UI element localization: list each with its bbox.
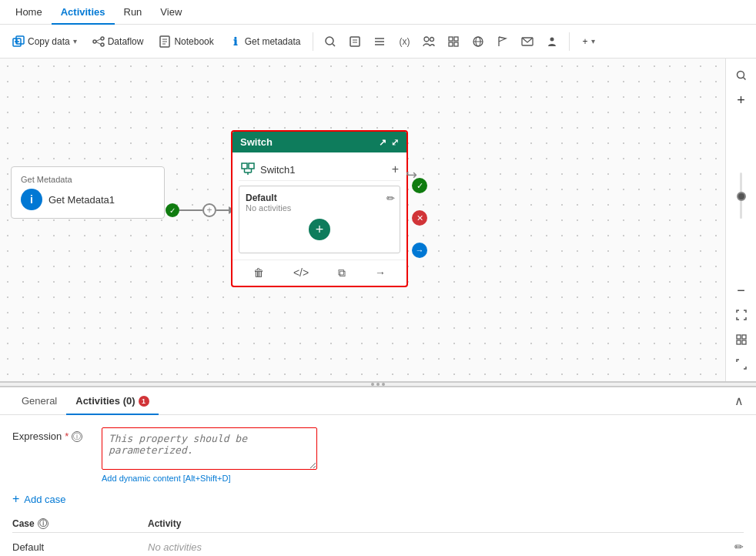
canvas[interactable]: Get Metadata i Get Metadata1 ✓ + Switch …: [0, 59, 725, 381]
tab-general[interactable]: General: [12, 387, 66, 415]
row-edit-pencil[interactable]: ✏: [734, 541, 744, 553]
svg-point-21: [424, 37, 429, 42]
switch-inner: Switch1 + ✏ Default No activities +: [232, 152, 406, 260]
switch-expand-icon[interactable]: ↗: [379, 137, 386, 148]
code-switch-button[interactable]: </>: [290, 265, 312, 281]
svg-line-7: [96, 39, 101, 41]
svg-rect-33: [249, 163, 254, 169]
get-metadata-node-label: Get Metadata1: [49, 194, 115, 206]
page-toolbar-button[interactable]: [344, 31, 366, 52]
get-metadata-node[interactable]: Get Metadata i Get Metadata1: [11, 166, 165, 219]
case-table-header: Case ⓘ Activity: [12, 515, 744, 533]
people-toolbar-button[interactable]: [418, 31, 440, 52]
flag-toolbar-button[interactable]: [492, 31, 513, 52]
panel-collapse-button[interactable]: ∧: [734, 394, 744, 408]
get-metadata-icon: ℹ: [229, 35, 242, 48]
default-box-sub: No activities: [246, 203, 393, 213]
dataflow-icon: [92, 35, 105, 48]
check-badge: ✓: [166, 203, 179, 217]
svg-line-8: [96, 42, 101, 44]
get-metadata-node-icon: i: [21, 189, 42, 210]
search-toolbar-button[interactable]: [319, 31, 341, 52]
switch-header-icons: ↗ ⤢: [379, 137, 399, 148]
expression-input[interactable]: [102, 427, 317, 470]
copy-data-button[interactable]: Copy data ▾: [6, 32, 83, 51]
switch-expand-arrow[interactable]: ⤢: [391, 137, 399, 148]
table-row: Default No activities ✏: [12, 536, 744, 556]
globe-toolbar-button[interactable]: [467, 31, 489, 52]
connector-line-2: [216, 209, 229, 211]
svg-rect-26: [454, 42, 458, 46]
canvas-grid-button[interactable]: [731, 329, 752, 350]
default-edit-pencil[interactable]: ✏: [386, 193, 395, 204]
switch-node[interactable]: Switch ↗ ⤢ Switch1 +: [231, 130, 408, 287]
default-box[interactable]: ✏ Default No activities +: [239, 186, 400, 253]
switch-row: Switch1 +: [239, 159, 400, 181]
zoom-slider-container: [740, 114, 742, 276]
notebook-button[interactable]: Notebook: [152, 32, 219, 51]
required-star: *: [65, 430, 69, 442]
svg-point-22: [430, 37, 434, 41]
list-toolbar-button[interactable]: [369, 31, 390, 52]
switch-side-badges: ✓ ✕ →: [412, 178, 427, 258]
default-box-label: Default: [246, 193, 393, 203]
canvas-search-button[interactable]: [731, 65, 752, 86]
case-info-icon[interactable]: ⓘ: [38, 518, 49, 529]
menu-run[interactable]: Run: [115, 0, 152, 25]
expression-form-row: Expression * ⓘ Add dynamic content [Alt+…: [12, 427, 744, 483]
teams-toolbar-button[interactable]: [541, 31, 563, 52]
svg-rect-41: [742, 335, 746, 339]
switch-add-icon[interactable]: +: [392, 162, 399, 176]
menu-home[interactable]: Home: [6, 0, 52, 25]
expression-input-container: Add dynamic content [Alt+Shift+D]: [102, 427, 317, 483]
expression-hint: Add dynamic content [Alt+Shift+D]: [102, 474, 317, 483]
switch-header: Switch ↗ ⤢: [232, 132, 406, 152]
activity-col-header: Activity: [148, 518, 744, 529]
copy-switch-button[interactable]: ⧉: [335, 265, 349, 281]
copy-data-icon: [12, 35, 25, 48]
divider-dots: [371, 383, 385, 386]
formula-toolbar-button[interactable]: (x): [393, 31, 415, 52]
expression-info-icon[interactable]: ⓘ: [72, 431, 82, 442]
notebook-icon: [159, 35, 171, 48]
undo-arrow-icon: ↩: [406, 166, 417, 183]
switch-node-icon: [240, 162, 256, 177]
toolbar-separator-1: [313, 32, 313, 51]
menu-view[interactable]: View: [151, 0, 191, 25]
copy-data-chevron: ▾: [73, 37, 77, 45]
toolbar-separator-2: [569, 32, 570, 51]
connector-line-1: [179, 209, 202, 211]
dataflow-button[interactable]: Dataflow: [86, 32, 150, 51]
svg-line-14: [333, 44, 335, 46]
svg-rect-15: [350, 37, 360, 46]
svg-line-39: [743, 78, 745, 80]
svg-point-5: [101, 37, 104, 40]
canvas-zoom-in-button[interactable]: +: [731, 89, 752, 111]
add-more-button[interactable]: + ▾: [576, 33, 600, 50]
canvas-collapse-button[interactable]: [731, 353, 752, 375]
get-metadata-node-body: i Get Metadata1: [21, 189, 155, 210]
svg-rect-23: [449, 37, 453, 41]
zoom-thumb[interactable]: [737, 192, 746, 201]
svg-point-31: [550, 37, 554, 41]
delete-switch-button[interactable]: 🗑: [250, 265, 267, 281]
case-col-header: Case ⓘ: [12, 518, 135, 529]
add-connection-button[interactable]: +: [202, 203, 216, 217]
canvas-fit-button[interactable]: [731, 304, 752, 326]
table-toolbar-button[interactable]: [443, 31, 464, 52]
add-case-button[interactable]: + Add case: [12, 492, 744, 506]
svg-point-13: [326, 37, 333, 45]
get-metadata-toolbar-button[interactable]: ℹ Get metadata: [223, 32, 307, 51]
svg-point-6: [101, 43, 104, 46]
menu-activities[interactable]: Activities: [52, 0, 115, 25]
canvas-zoom-out-button[interactable]: −: [731, 280, 752, 301]
svg-rect-32: [242, 163, 247, 169]
tab-activities[interactable]: Activities (0) 1: [66, 387, 158, 415]
zoom-track: [740, 172, 742, 219]
switch-complete-badge: →: [412, 243, 427, 258]
canvas-area: Get Metadata i Get Metadata1 ✓ + Switch …: [0, 59, 756, 382]
default-add-button[interactable]: +: [309, 219, 330, 240]
next-switch-button[interactable]: →: [372, 265, 389, 281]
svg-rect-25: [449, 42, 453, 46]
outlook-toolbar-button[interactable]: [517, 31, 538, 52]
